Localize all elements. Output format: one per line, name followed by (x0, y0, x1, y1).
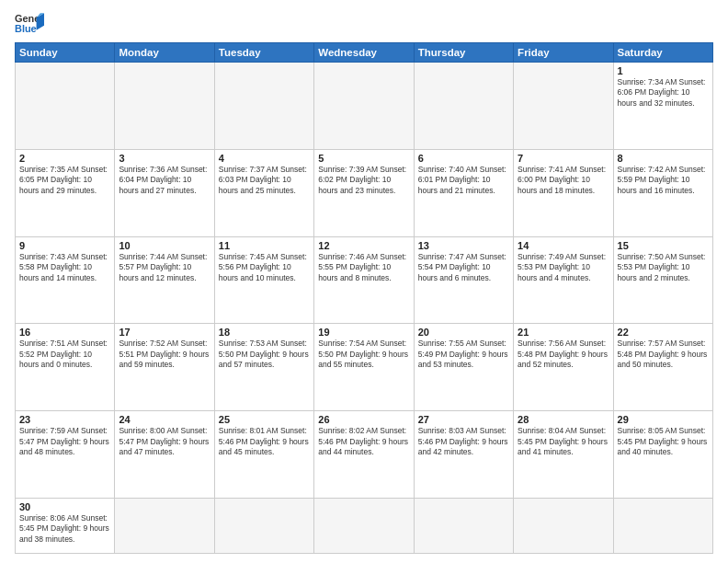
calendar-cell: 25Sunrise: 8:01 AM Sunset: 5:46 PM Dayli… (214, 411, 313, 499)
calendar-cell (514, 499, 613, 554)
day-number: 2 (19, 153, 110, 164)
day-info: Sunrise: 8:05 AM Sunset: 5:45 PM Dayligh… (618, 426, 709, 457)
day-number: 9 (19, 240, 110, 251)
day-info: Sunrise: 7:49 AM Sunset: 5:53 PM Dayligh… (518, 252, 609, 283)
day-info: Sunrise: 8:02 AM Sunset: 5:46 PM Dayligh… (318, 426, 409, 457)
day-number: 12 (318, 240, 409, 251)
day-number: 24 (119, 414, 210, 425)
calendar-cell: 14Sunrise: 7:49 AM Sunset: 5:53 PM Dayli… (514, 236, 613, 324)
day-info: Sunrise: 7:52 AM Sunset: 5:51 PM Dayligh… (119, 339, 210, 370)
day-number: 16 (19, 327, 110, 338)
day-info: Sunrise: 7:54 AM Sunset: 5:50 PM Dayligh… (318, 339, 409, 370)
calendar-cell: 9Sunrise: 7:43 AM Sunset: 5:58 PM Daylig… (16, 236, 115, 324)
page: General Blue SundayMondayTuesdayWednesda… (0, 0, 728, 563)
calendar-cell (214, 63, 313, 150)
day-info: Sunrise: 8:04 AM Sunset: 5:45 PM Dayligh… (518, 426, 609, 457)
generalblue-logo-icon: General Blue (15, 11, 44, 37)
calendar-cell: 17Sunrise: 7:52 AM Sunset: 5:51 PM Dayli… (115, 324, 214, 411)
day-number: 14 (518, 240, 609, 251)
day-number: 6 (418, 153, 509, 164)
calendar-cell: 27Sunrise: 8:03 AM Sunset: 5:46 PM Dayli… (414, 411, 513, 499)
col-header-tuesday: Tuesday (214, 43, 313, 63)
calendar-cell (115, 499, 214, 554)
day-info: Sunrise: 7:53 AM Sunset: 5:50 PM Dayligh… (219, 339, 310, 370)
day-info: Sunrise: 7:37 AM Sunset: 6:03 PM Dayligh… (219, 165, 310, 196)
day-number: 5 (318, 153, 409, 164)
day-info: Sunrise: 7:41 AM Sunset: 6:00 PM Dayligh… (518, 165, 609, 196)
calendar-cell: 26Sunrise: 8:02 AM Sunset: 5:46 PM Dayli… (314, 411, 414, 499)
day-number: 1 (618, 65, 709, 76)
day-info: Sunrise: 7:57 AM Sunset: 5:48 PM Dayligh… (618, 339, 709, 370)
day-info: Sunrise: 7:55 AM Sunset: 5:49 PM Dayligh… (418, 339, 509, 370)
col-header-monday: Monday (115, 43, 214, 63)
calendar-cell: 4Sunrise: 7:37 AM Sunset: 6:03 PM Daylig… (214, 149, 313, 236)
calendar-cell: 18Sunrise: 7:53 AM Sunset: 5:50 PM Dayli… (214, 324, 313, 411)
col-header-thursday: Thursday (414, 43, 513, 63)
calendar-cell: 16Sunrise: 7:51 AM Sunset: 5:52 PM Dayli… (16, 324, 115, 411)
calendar-cell: 1Sunrise: 7:34 AM Sunset: 6:06 PM Daylig… (613, 63, 712, 150)
col-header-sunday: Sunday (16, 43, 115, 63)
day-number: 26 (318, 414, 409, 425)
day-info: Sunrise: 8:00 AM Sunset: 5:47 PM Dayligh… (119, 426, 210, 457)
day-info: Sunrise: 7:39 AM Sunset: 6:02 PM Dayligh… (318, 165, 409, 196)
svg-text:Blue: Blue (15, 23, 37, 34)
calendar-cell: 29Sunrise: 8:05 AM Sunset: 5:45 PM Dayli… (613, 411, 712, 499)
calendar-cell: 28Sunrise: 8:04 AM Sunset: 5:45 PM Dayli… (514, 411, 613, 499)
day-number: 7 (518, 153, 609, 164)
day-number: 18 (219, 327, 310, 338)
calendar-cell: 7Sunrise: 7:41 AM Sunset: 6:00 PM Daylig… (514, 149, 613, 236)
logo: General Blue (15, 11, 44, 37)
day-number: 3 (119, 153, 210, 164)
header: General Blue (15, 11, 713, 37)
calendar-cell: 24Sunrise: 8:00 AM Sunset: 5:47 PM Dayli… (115, 411, 214, 499)
day-info: Sunrise: 7:40 AM Sunset: 6:01 PM Dayligh… (418, 165, 509, 196)
calendar-table: SundayMondayTuesdayWednesdayThursdayFrid… (15, 42, 713, 554)
calendar-cell: 11Sunrise: 7:45 AM Sunset: 5:56 PM Dayli… (214, 236, 313, 324)
day-info: Sunrise: 7:36 AM Sunset: 6:04 PM Dayligh… (119, 165, 210, 196)
calendar-cell: 3Sunrise: 7:36 AM Sunset: 6:04 PM Daylig… (115, 149, 214, 236)
calendar-cell (414, 63, 513, 150)
day-number: 4 (219, 153, 310, 164)
day-info: Sunrise: 8:01 AM Sunset: 5:46 PM Dayligh… (219, 426, 310, 457)
day-info: Sunrise: 7:47 AM Sunset: 5:54 PM Dayligh… (418, 252, 509, 283)
calendar-cell: 5Sunrise: 7:39 AM Sunset: 6:02 PM Daylig… (314, 149, 414, 236)
calendar-cell: 19Sunrise: 7:54 AM Sunset: 5:50 PM Dayli… (314, 324, 414, 411)
day-info: Sunrise: 7:45 AM Sunset: 5:56 PM Dayligh… (219, 252, 310, 283)
calendar-cell: 30Sunrise: 8:06 AM Sunset: 5:45 PM Dayli… (16, 499, 115, 554)
day-info: Sunrise: 7:42 AM Sunset: 5:59 PM Dayligh… (618, 165, 709, 196)
calendar-cell (16, 63, 115, 150)
day-info: Sunrise: 8:03 AM Sunset: 5:46 PM Dayligh… (418, 426, 509, 457)
day-number: 30 (19, 501, 110, 512)
calendar-cell: 20Sunrise: 7:55 AM Sunset: 5:49 PM Dayli… (414, 324, 513, 411)
day-info: Sunrise: 7:51 AM Sunset: 5:52 PM Dayligh… (19, 339, 110, 370)
day-number: 22 (618, 327, 709, 338)
calendar-cell: 21Sunrise: 7:56 AM Sunset: 5:48 PM Dayli… (514, 324, 613, 411)
day-number: 20 (418, 327, 509, 338)
day-number: 13 (418, 240, 509, 251)
calendar-cell: 23Sunrise: 7:59 AM Sunset: 5:47 PM Dayli… (16, 411, 115, 499)
day-info: Sunrise: 7:43 AM Sunset: 5:58 PM Dayligh… (19, 252, 110, 283)
day-number: 29 (618, 414, 709, 425)
day-number: 10 (119, 240, 210, 251)
col-header-friday: Friday (514, 43, 613, 63)
calendar-cell (514, 63, 613, 150)
calendar-cell (613, 499, 712, 554)
day-number: 8 (618, 153, 709, 164)
calendar-cell: 2Sunrise: 7:35 AM Sunset: 6:05 PM Daylig… (16, 149, 115, 236)
col-header-wednesday: Wednesday (314, 43, 414, 63)
calendar-cell: 12Sunrise: 7:46 AM Sunset: 5:55 PM Dayli… (314, 236, 414, 324)
day-info: Sunrise: 7:56 AM Sunset: 5:48 PM Dayligh… (518, 339, 609, 370)
day-number: 28 (518, 414, 609, 425)
day-info: Sunrise: 7:59 AM Sunset: 5:47 PM Dayligh… (19, 426, 110, 457)
calendar-cell: 8Sunrise: 7:42 AM Sunset: 5:59 PM Daylig… (613, 149, 712, 236)
day-number: 23 (19, 414, 110, 425)
day-info: Sunrise: 7:44 AM Sunset: 5:57 PM Dayligh… (119, 252, 210, 283)
calendar-cell: 6Sunrise: 7:40 AM Sunset: 6:01 PM Daylig… (414, 149, 513, 236)
calendar-cell: 13Sunrise: 7:47 AM Sunset: 5:54 PM Dayli… (414, 236, 513, 324)
day-info: Sunrise: 7:34 AM Sunset: 6:06 PM Dayligh… (618, 77, 709, 109)
calendar-cell (115, 63, 214, 150)
calendar-cell (314, 63, 414, 150)
day-info: Sunrise: 7:35 AM Sunset: 6:05 PM Dayligh… (19, 165, 110, 196)
day-number: 25 (219, 414, 310, 425)
calendar-cell (414, 499, 513, 554)
